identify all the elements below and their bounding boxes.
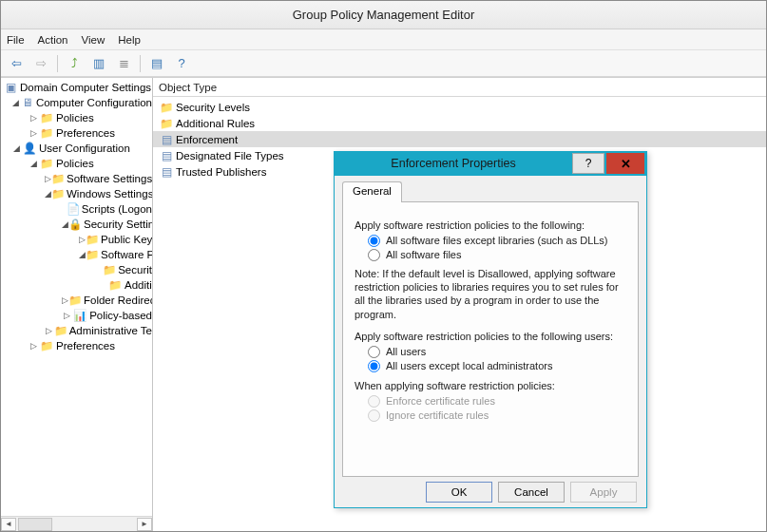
tree-admin-templates[interactable]: ▷📁Administrative Te: [1, 323, 152, 338]
tree-label: Domain Computer Settings: [20, 82, 151, 93]
expand-icon[interactable]: ▷: [45, 174, 51, 183]
collapse-icon[interactable]: ◢: [45, 189, 51, 199]
export-button[interactable]: ≣: [112, 53, 135, 74]
radio-label: All users except local administrators: [386, 360, 552, 371]
tree-computer-configuration[interactable]: ◢🖥Computer Configuration: [1, 95, 152, 110]
scroll-right-button[interactable]: ►: [137, 518, 152, 531]
dialog-titlebar[interactable]: Enforcement Properties ? ✕: [335, 152, 646, 176]
arrow-right-icon: ⇨: [36, 56, 47, 70]
folder-up-icon: ⤴: [71, 56, 78, 70]
folder-icon: 📁: [68, 294, 82, 307]
list-item[interactable]: 📁Additional Rules: [153, 115, 766, 131]
tree-label: Folder Redirec: [84, 294, 152, 306]
expand-icon[interactable]: ▷: [62, 295, 68, 305]
help-icon: ?: [585, 157, 592, 170]
back-button[interactable]: ⇦: [5, 53, 28, 74]
console-tree-pane: ▣Domain Computer Settings ◢🖥Computer Con…: [1, 78, 153, 531]
menu-action[interactable]: Action: [38, 34, 68, 46]
radio-all-users[interactable]: All users: [368, 346, 626, 358]
expand-icon[interactable]: ▷: [79, 235, 86, 244]
radio-files-except-libraries[interactable]: All software files except libraries (suc…: [368, 235, 626, 247]
radio-all-software-files[interactable]: All software files: [368, 249, 626, 261]
expand-icon[interactable]: ▷: [28, 113, 39, 123]
tree-software-restriction[interactable]: ◢📁Software Po: [1, 247, 152, 262]
tree-toggle-button[interactable]: ▥: [87, 53, 110, 74]
expand-icon[interactable]: ▷: [45, 326, 54, 335]
radio-input[interactable]: [368, 235, 380, 247]
tab-general[interactable]: General: [342, 181, 402, 202]
menu-help[interactable]: Help: [118, 34, 141, 46]
dialog-body: General Apply software restriction polic…: [335, 176, 646, 477]
radio-input: [368, 409, 380, 422]
radio-input[interactable]: [368, 360, 380, 372]
tree-folder-redirection[interactable]: ▷📁Folder Redirec: [1, 293, 152, 308]
ok-button[interactable]: OK: [426, 482, 492, 503]
tree-public-key[interactable]: ▷📁Public Key: [1, 232, 152, 247]
tree-cc-policies[interactable]: ▷📁Policies: [1, 110, 152, 125]
menu-file[interactable]: File: [7, 34, 25, 46]
object-icon: ▤: [159, 133, 174, 146]
folder-icon: 📁: [51, 187, 65, 200]
expand-icon[interactable]: ▷: [28, 128, 39, 138]
window-titlebar: Group Policy Management Editor: [1, 1, 766, 29]
tree-uc-preferences[interactable]: ▷📁Preferences: [1, 338, 152, 353]
properties-button[interactable]: ▤: [145, 53, 168, 74]
tree-label: Securit: [118, 264, 152, 276]
tree-software-settings[interactable]: ▷📁Software Settings: [1, 171, 152, 186]
list-item-label: Additional Rules: [176, 118, 255, 129]
tree-user-configuration[interactable]: ◢👤User Configuration: [1, 141, 152, 156]
help-button[interactable]: ?: [170, 53, 193, 74]
radio-input[interactable]: [368, 346, 380, 358]
console-tree[interactable]: ▣Domain Computer Settings ◢🖥Computer Con…: [1, 78, 152, 516]
scroll-thumb[interactable]: [18, 518, 52, 531]
tree-label: Software Po: [101, 249, 152, 260]
folder-icon: 📁: [39, 339, 54, 352]
list-item-label: Enforcement: [176, 134, 238, 145]
tree-security-levels[interactable]: 📁Securit: [1, 262, 152, 277]
toolbar-divider: [140, 55, 141, 72]
help-icon: ?: [178, 56, 184, 70]
tree-windows-settings[interactable]: ◢📁Windows Settings: [1, 186, 152, 201]
folder-icon: 📁: [39, 157, 54, 170]
tree-uc-policies[interactable]: ◢📁Policies: [1, 156, 152, 171]
tree-root[interactable]: ▣Domain Computer Settings: [1, 80, 152, 95]
apply-files-label: Apply software restriction policies to t…: [355, 219, 626, 231]
list-item[interactable]: 📁Security Levels: [153, 99, 766, 115]
radio-label: All users: [386, 346, 426, 357]
folder-icon: 📁: [39, 126, 54, 140]
user-icon: 👤: [22, 142, 37, 155]
tree-policy-based-qos[interactable]: ▷📊Policy-based: [1, 308, 152, 323]
cancel-button[interactable]: Cancel: [498, 482, 565, 503]
up-button[interactable]: ⤴: [63, 53, 86, 74]
dialog-help-button[interactable]: ?: [572, 153, 604, 174]
expand-icon[interactable]: ▷: [28, 341, 39, 351]
folder-icon: 📁: [107, 278, 123, 292]
close-icon: ✕: [621, 157, 631, 171]
collapse-icon[interactable]: ◢: [79, 250, 86, 259]
dialog-close-button[interactable]: ✕: [606, 153, 644, 174]
scroll-left-button[interactable]: ◄: [1, 518, 16, 531]
collapse-icon[interactable]: ◢: [28, 159, 39, 168]
tree-scripts[interactable]: 📄Scripts (Logon: [1, 201, 152, 217]
radio-users-except-admins[interactable]: All users except local administrators: [368, 360, 626, 372]
dialog-title: Enforcement Properties: [335, 157, 572, 170]
radio-input[interactable]: [368, 249, 380, 261]
forward-button[interactable]: ⇨: [29, 53, 52, 74]
expand-icon[interactable]: ▷: [62, 311, 73, 320]
toolbar: ⇦ ⇨ ⤴ ▥ ≣ ▤ ?: [1, 50, 766, 77]
tree-label: Policies: [56, 158, 94, 169]
column-header-object-type[interactable]: Object Type: [153, 78, 766, 97]
tree-cc-preferences[interactable]: ▷📁Preferences: [1, 125, 152, 141]
tree-additional-rules[interactable]: 📁Additi: [1, 277, 152, 293]
collapse-icon[interactable]: ◢: [62, 219, 68, 229]
horizontal-scrollbar[interactable]: ◄ ►: [1, 516, 152, 531]
script-icon: 📄: [67, 202, 80, 216]
tree-label: Computer Configuration: [36, 97, 152, 108]
toolbar-divider: [57, 55, 58, 72]
collapse-icon[interactable]: ◢: [10, 98, 21, 107]
tree-security-settings[interactable]: ◢🔒Security Settin: [1, 217, 152, 232]
collapse-icon[interactable]: ◢: [10, 143, 22, 153]
list-item[interactable]: ▤Enforcement: [153, 131, 766, 147]
menu-view[interactable]: View: [82, 34, 105, 46]
folder-icon: 📁: [39, 111, 54, 124]
